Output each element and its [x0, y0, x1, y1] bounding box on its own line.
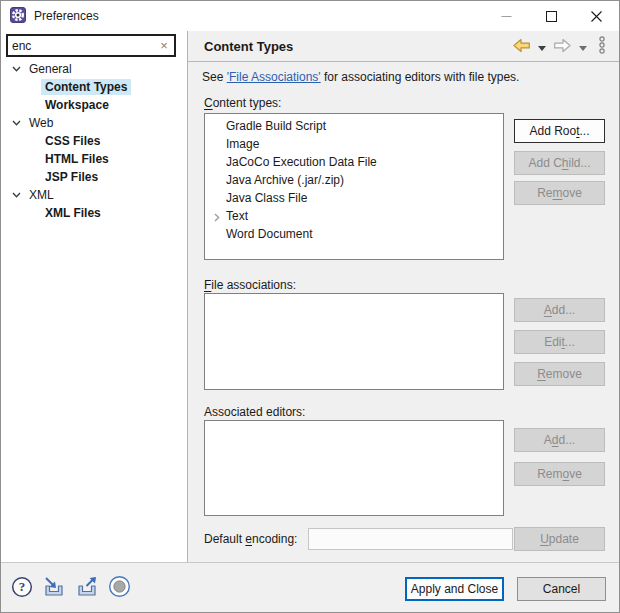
file-associations-link[interactable]: 'File Associations' — [227, 70, 321, 84]
maximize-icon — [546, 11, 557, 22]
list-item-word-document[interactable]: Word Document — [205, 225, 503, 243]
remove-editor-button: Remove — [514, 462, 605, 486]
dialog-footer: ? Apply and Close Cancel — [1, 562, 619, 612]
default-encoding-input[interactable] — [308, 528, 513, 550]
preferences-app-icon — [10, 7, 26, 26]
file-associations-list[interactable] — [204, 293, 504, 390]
add-root-button[interactable]: Add Root... — [514, 119, 605, 143]
svg-text:?: ? — [19, 579, 26, 594]
tree-item-css-files[interactable]: CSS Files — [1, 132, 187, 150]
minimize-button[interactable] — [484, 1, 529, 31]
tree-item-web[interactable]: Web — [1, 114, 187, 132]
add-editor-button: Add... — [514, 428, 605, 452]
titlebar: Preferences — [1, 1, 619, 31]
add-child-button: Add Child... — [514, 151, 605, 175]
add-association-button: Add... — [514, 298, 605, 322]
clear-search-icon[interactable]: × — [154, 38, 174, 53]
minimize-icon — [501, 11, 512, 22]
back-history-dropdown-icon[interactable] — [538, 40, 546, 54]
export-preferences-icon[interactable] — [75, 576, 99, 601]
list-item-java-archive[interactable]: Java Archive (.jar/.zip) — [205, 171, 503, 189]
list-item-gradle-build-script[interactable]: Gradle Build Script — [205, 117, 503, 135]
window-title: Preferences — [34, 9, 99, 23]
tree-item-workspace[interactable]: Workspace — [1, 96, 187, 114]
preferences-tree: General Content Types Workspace Web CSS … — [1, 60, 187, 222]
forward-icon[interactable] — [553, 38, 572, 56]
associated-editors-list[interactable] — [204, 420, 504, 516]
list-item-text[interactable]: Text — [205, 207, 503, 225]
preferences-sidebar: × General Content Types Workspace — [1, 31, 187, 562]
file-associations-label: File associations: — [204, 277, 296, 293]
list-item-java-class-file[interactable]: Java Class File — [205, 189, 503, 207]
cancel-button[interactable]: Cancel — [517, 577, 606, 601]
help-icon[interactable]: ? — [11, 576, 33, 601]
close-icon — [591, 11, 602, 22]
back-icon[interactable] — [512, 38, 531, 56]
preferences-dialog: Preferences × General — [0, 0, 620, 613]
remove-association-button: Remove — [514, 362, 605, 386]
tree-item-content-types[interactable]: Content Types — [1, 78, 187, 96]
chevron-down-icon[interactable] — [12, 192, 21, 198]
tree-item-xml[interactable]: XML — [1, 186, 187, 204]
chevron-down-icon[interactable] — [12, 66, 21, 72]
tree-item-html-files[interactable]: HTML Files — [1, 150, 187, 168]
content-types-label: Content types: — [204, 95, 281, 111]
update-encoding-button: Update — [514, 527, 605, 551]
close-button[interactable] — [574, 1, 619, 31]
default-encoding-label: Default encoding: — [204, 531, 297, 547]
intro-text: See 'File Associations' for associating … — [202, 70, 519, 84]
apply-and-close-button[interactable]: Apply and Close — [405, 577, 504, 601]
edit-association-button: Edit... — [514, 330, 605, 354]
maximize-button[interactable] — [529, 1, 574, 31]
tree-item-general[interactable]: General — [1, 60, 187, 78]
page-title: Content Types — [204, 39, 293, 54]
list-item-image[interactable]: Image — [205, 135, 503, 153]
import-preferences-icon[interactable] — [42, 576, 66, 601]
forward-history-dropdown-icon[interactable] — [579, 40, 587, 54]
list-item-jacoco-execution-data-file[interactable]: JaCoCo Execution Data File — [205, 153, 503, 171]
filter-input[interactable] — [8, 39, 154, 53]
preference-recorder-icon[interactable] — [108, 575, 131, 601]
chevron-down-icon[interactable] — [12, 120, 21, 126]
tree-item-jsp-files[interactable]: JSP Files — [1, 168, 187, 186]
remove-content-type-button: Remove — [514, 181, 605, 205]
tree-item-xml-files[interactable]: XML Files — [1, 204, 187, 222]
chevron-right-icon[interactable] — [214, 211, 220, 225]
content-types-list[interactable]: Gradle Build Script Image JaCoCo Executi… — [204, 113, 504, 260]
view-menu-icon[interactable] — [598, 36, 606, 57]
associated-editors-label: Associated editors: — [204, 404, 305, 420]
content-types-page: Content Types — [188, 31, 619, 562]
filter-search-box: × — [6, 34, 176, 57]
